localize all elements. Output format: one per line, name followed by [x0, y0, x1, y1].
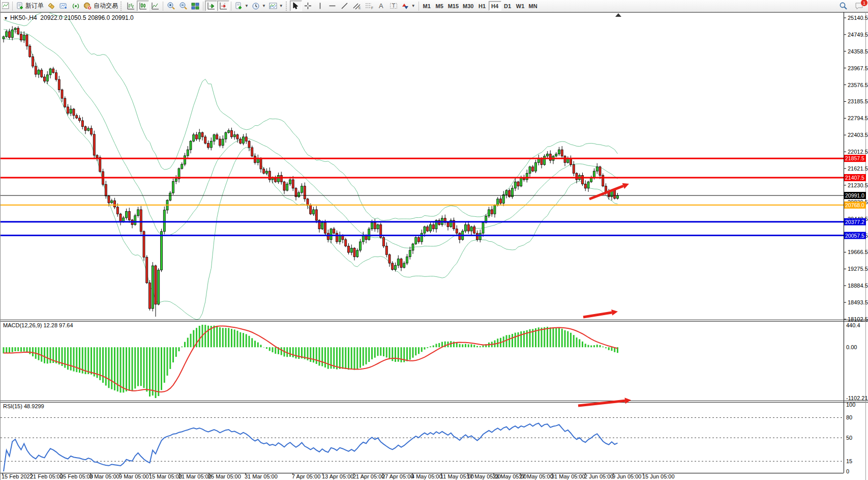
macd-panel — [3, 325, 619, 398]
time-tick-label: 27 May 05:00 — [519, 473, 553, 479]
separator — [231, 2, 231, 11]
rsi-indicator-label: RSI(15) 48.9299 — [3, 403, 44, 409]
market-watch-button[interactable] — [57, 1, 70, 11]
price-tick-label: 25140.5 — [848, 15, 868, 21]
rsi-axis-label: 100 — [846, 402, 855, 408]
equidistant-channel-icon: E — [353, 2, 361, 10]
chart-menu-arrow[interactable]: ▼ — [4, 16, 8, 21]
separator — [163, 2, 163, 11]
price-tick-label: 22794.5 — [848, 115, 868, 121]
price-tag-label: 20768.0 — [845, 202, 864, 208]
autotrading-button[interactable]: 自动交易 — [82, 1, 119, 11]
autotrading-icon — [83, 2, 92, 10]
fibonacci-tool-button[interactable]: F — [363, 1, 375, 11]
channel-tool-button[interactable]: E — [351, 1, 363, 11]
new-order-button[interactable]: 新订单 — [14, 1, 45, 11]
templates-button[interactable]: ▼ — [267, 1, 285, 11]
macd-axis-label: 0.00 — [846, 344, 857, 350]
trendline-tool-button[interactable] — [339, 1, 351, 11]
price-tag-label: 20991.0 — [845, 192, 864, 199]
autotrading-label: 自动交易 — [94, 2, 118, 10]
toolbar-grip — [286, 2, 289, 11]
candlestick-type-button[interactable] — [137, 1, 149, 11]
text-label-tool-button[interactable]: T — [387, 1, 400, 11]
time-axis: 15 Feb 202221 Feb 05:0025 Feb 05:003 Mar… — [2, 473, 675, 479]
price-tick-label: 24749.5 — [848, 32, 868, 38]
timeframe-H1[interactable]: H1 — [476, 1, 489, 11]
price-axis: 25140.524749.524358.523967.523576.523185… — [844, 15, 868, 322]
monitor-user-icon — [59, 2, 68, 10]
time-tick-label: 25 Mar 05:00 — [208, 473, 241, 479]
timeframe-M5[interactable]: M5 — [433, 1, 446, 11]
chart-shift-button[interactable] — [217, 1, 229, 11]
bar-chart-type-button[interactable] — [125, 1, 137, 11]
timeframe-M15[interactable]: M15 — [446, 1, 461, 11]
dropdown-caret: ▼ — [279, 4, 283, 8]
separator — [203, 2, 203, 11]
signal-waves-icon — [72, 2, 80, 10]
auto-scroll-icon — [207, 2, 215, 10]
separator — [418, 2, 419, 11]
eraser-icon — [47, 2, 55, 10]
periods-button[interactable]: ▼ — [250, 1, 267, 11]
text-tool-button[interactable]: A — [375, 1, 387, 11]
price-tag-label: 20057.5 — [845, 233, 864, 239]
rsi-panel — [1, 417, 844, 471]
crosshair-tool-button[interactable] — [302, 1, 314, 11]
auto-scroll-button[interactable] — [205, 1, 217, 11]
search-icon — [839, 2, 848, 10]
horizontal-line-tool-button[interactable] — [326, 1, 339, 11]
toolbar-grip — [121, 2, 124, 11]
time-tick-label: 27 Apr 05:00 — [382, 473, 413, 479]
time-tick-label: 7 Apr 05:00 — [292, 473, 320, 479]
time-tick-label: 21 Feb 05:00 — [30, 473, 63, 479]
eraser-button[interactable] — [45, 1, 57, 11]
app-window-icon[interactable] — [1, 1, 11, 11]
arrow-objects-icon — [401, 2, 409, 10]
time-tick-label: 31 Mar 05:00 — [245, 473, 278, 479]
timeframe-MN[interactable]: MN — [527, 1, 540, 11]
zoom-out-button[interactable] — [177, 1, 189, 11]
trend-arrow-annotation[interactable] — [583, 309, 618, 317]
vertical-line-tool-button[interactable] — [314, 1, 326, 11]
macd-name: MACD(12,26,9) — [3, 322, 42, 328]
zoom-in-button[interactable] — [165, 1, 177, 11]
signals-button[interactable] — [70, 1, 82, 11]
line-chart-type-button[interactable] — [149, 1, 161, 11]
timeframe-W1[interactable]: W1 — [514, 1, 527, 11]
trendline-icon — [341, 2, 348, 10]
timeframe-toolbar: M1M5M15M30H1H4D1W1MN — [421, 1, 540, 11]
search-button[interactable] — [837, 1, 849, 11]
line-chart-icon — [151, 2, 159, 10]
crosshair-icon — [304, 2, 312, 10]
timeframe-H4[interactable]: H4 — [489, 1, 501, 11]
time-tick-label: 25 Feb 05:00 — [60, 473, 93, 479]
notifications-button[interactable]: 1 — [853, 1, 865, 11]
time-tick-label: 4 May 05:00 — [411, 473, 442, 479]
separator — [12, 2, 13, 11]
timeframe-M30[interactable]: M30 — [461, 1, 475, 11]
chart-canvas[interactable]: 25140.524749.524358.523967.523576.523185… — [1, 0, 868, 480]
cursor-tool-button[interactable] — [290, 1, 302, 11]
trend-arrow-annotation[interactable] — [578, 398, 631, 406]
tile-windows-button[interactable] — [189, 1, 201, 11]
chart-title: ▼HK50-,H4 20922.0 21050.5 20896.0 20991.… — [4, 14, 134, 21]
cursor-icon — [292, 2, 300, 10]
price-tick-label: 18884.5 — [848, 283, 868, 289]
time-tick-label: 9 Mar 05:00 — [119, 473, 149, 479]
svg-text:A: A — [379, 2, 383, 10]
text-icon: A — [377, 2, 385, 10]
notification-badge: 1 — [860, 0, 868, 7]
price-tick-label: 22403.5 — [848, 132, 868, 138]
timeframe-D1[interactable]: D1 — [501, 1, 514, 11]
indicators-button[interactable]: ▼ — [233, 1, 250, 11]
mt4-window: 新订单 — [0, 0, 868, 480]
rsi-axis-label: 80 — [846, 414, 852, 420]
rsi-values: 48.9299 — [24, 403, 44, 409]
macd-axis-label: -1102.21 — [846, 395, 868, 401]
timeframe-M1[interactable]: M1 — [421, 1, 433, 11]
time-tick-label: 15 Jun 05:00 — [642, 473, 675, 479]
rsi-name: RSI(15) — [3, 403, 22, 409]
arrow-objects-button[interactable]: ▼ — [400, 1, 417, 11]
scroll-marker[interactable] — [615, 13, 621, 17]
